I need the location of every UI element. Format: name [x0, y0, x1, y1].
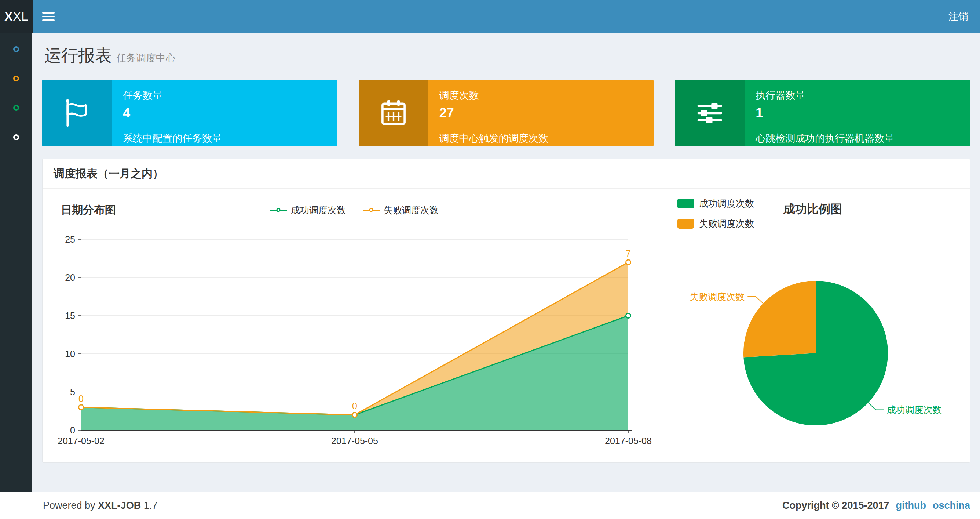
powered-prefix: Powered by: [43, 500, 95, 511]
brand-name: XXL-JOB: [98, 500, 141, 511]
legend-line-marker: [363, 209, 380, 211]
oschina-link[interactable]: oschina: [933, 500, 970, 511]
y-tick-label: 25: [65, 234, 75, 244]
pie-label-line: [868, 402, 883, 410]
hamburger-icon: [42, 12, 55, 21]
sidebar-menu: [0, 33, 32, 492]
x-tick-label: 2017-05-08: [605, 436, 652, 446]
point-label: 7: [626, 248, 631, 259]
panel-title: 调度报表（一月之内）: [43, 159, 970, 188]
navbar: 注销: [33, 0, 980, 33]
stats-row: 任务数量 4 系统中配置的任务数量 调度次: [42, 80, 970, 146]
y-tick-label: 10: [65, 349, 75, 359]
app-logo[interactable]: XXL: [0, 0, 33, 33]
info-box-desc: 调度中心触发的调度次数: [439, 132, 643, 145]
date-distribution-chart: 2017-05-022017-05-052017-05-080510152025…: [50, 220, 659, 452]
info-box-icon-area: [675, 80, 745, 146]
info-box-triggers: 调度次数 27 调度中心触发的调度次数: [359, 80, 654, 146]
info-box-divider: [123, 126, 326, 126]
x-tick-label: 2017-05-02: [57, 436, 105, 446]
info-box-divider: [439, 126, 643, 126]
info-box-icon-area: [359, 80, 428, 146]
line-legend-item[interactable]: 失败调度次数: [363, 204, 439, 216]
pie-label: 成功调度次数: [887, 404, 942, 415]
app-logo-bold: X: [5, 10, 13, 24]
y-tick-label: 0: [70, 425, 75, 435]
report-panel: 调度报表（一月之内） 日期分布图 成功调度次数失败调度次数 2017-05-02…: [42, 158, 970, 463]
sidebar-item-3[interactable]: [13, 105, 19, 111]
info-box-jobs: 任务数量 4 系统中配置的任务数量: [42, 80, 337, 146]
date-distribution-section: 日期分布图 成功调度次数失败调度次数 2017-05-022017-05-052…: [50, 188, 659, 452]
sidebar-item-4[interactable]: [13, 134, 19, 140]
pie-label: 失败调度次数: [689, 291, 745, 302]
data-point-marker: [626, 313, 631, 318]
y-tick-label: 15: [65, 310, 75, 321]
info-box-body: 调度次数 27 调度中心触发的调度次数: [428, 80, 654, 146]
y-tick-label: 5: [70, 387, 75, 397]
pie-legend-item[interactable]: 成功调度次数: [678, 198, 754, 209]
line-chart-header: 日期分布图 成功调度次数失败调度次数: [50, 200, 659, 220]
info-box-desc: 系统中配置的任务数量: [123, 132, 326, 145]
sidebar-item-2[interactable]: [13, 76, 19, 81]
content-area: 运行报表任务调度中心 任务数量 4 系统中配置的任务数量: [32, 33, 980, 492]
page-title-text: 运行报表: [45, 46, 112, 65]
info-box-body: 任务数量 4 系统中配置的任务数量: [112, 80, 337, 146]
page-title: 运行报表任务调度中心: [45, 46, 970, 67]
data-point-marker: [79, 405, 84, 410]
info-box-desc: 心跳检测成功的执行器机器数量: [756, 132, 959, 145]
success-ratio-pie-chart: 成功调度次数失败调度次数: [659, 230, 963, 450]
info-box-title: 执行器数量: [756, 89, 959, 102]
pie-slice[interactable]: [743, 281, 816, 358]
panel-body: 日期分布图 成功调度次数失败调度次数 2017-05-022017-05-052…: [43, 188, 970, 463]
sidebar-item-1[interactable]: [13, 46, 19, 52]
legend-label: 失败调度次数: [383, 204, 439, 216]
success-ratio-section: 成功调度次数失败调度次数 成功比例图 成功调度次数失败调度次数: [659, 188, 963, 452]
line-legend-item[interactable]: 成功调度次数: [270, 204, 346, 216]
flag-icon: [61, 97, 93, 129]
main-row: 运行报表任务调度中心 任务数量 4 系统中配置的任务数量: [0, 33, 980, 492]
info-box-value: 1: [756, 105, 959, 121]
pie-legend-item[interactable]: 失败调度次数: [678, 218, 754, 230]
y-tick-label: 20: [65, 272, 75, 283]
sliders-icon: [694, 97, 725, 129]
point-label: 0: [78, 393, 84, 404]
data-point-marker: [626, 260, 631, 265]
powered-by: Powered by XXL-JOB 1.7: [43, 500, 158, 511]
github-link[interactable]: github: [896, 500, 926, 511]
calendar-icon: [378, 97, 409, 129]
data-point-marker: [352, 412, 357, 417]
info-box-executors: 执行器数量 1 心跳检测成功的执行器机器数量: [675, 80, 970, 146]
info-box-divider: [756, 126, 959, 126]
logout-link[interactable]: 注销: [937, 0, 980, 33]
copyright-text: Copyright © 2015-2017: [782, 500, 889, 511]
info-box-body: 执行器数量 1 心跳检测成功的执行器机器数量: [745, 80, 970, 146]
legend-line-marker: [270, 209, 287, 211]
footer-right: Copyright © 2015-2017 github oschina: [782, 500, 970, 511]
legend-label: 失败调度次数: [699, 218, 754, 230]
pie-chart-legend: 成功调度次数失败调度次数: [678, 198, 754, 230]
info-box-value: 27: [439, 105, 643, 121]
pie-label-line: [748, 297, 763, 303]
top-navbar: XXL 注销: [0, 0, 980, 33]
pie-chart-header: 成功调度次数失败调度次数 成功比例图: [659, 198, 963, 230]
legend-swatch: [678, 198, 694, 209]
app-logo-rest: XL: [13, 10, 28, 24]
legend-label: 成功调度次数: [699, 198, 754, 209]
legend-swatch: [678, 219, 694, 229]
sidebar-toggle-button[interactable]: [33, 0, 64, 33]
info-box-title: 调度次数: [439, 89, 643, 102]
line-chart-legend: 成功调度次数失败调度次数: [270, 204, 439, 216]
info-box-value: 4: [123, 105, 326, 121]
x-tick-label: 2017-05-05: [331, 436, 378, 446]
pie-chart-title: 成功比例图: [783, 201, 842, 217]
info-box-title: 任务数量: [123, 89, 326, 102]
brand-version: 1.7: [144, 500, 158, 511]
footer: Powered by XXL-JOB 1.7 Copyright © 2015-…: [0, 492, 980, 519]
line-chart-title: 日期分布图: [61, 203, 116, 218]
legend-label: 成功调度次数: [291, 204, 346, 216]
page-subtitle: 任务调度中心: [116, 53, 176, 64]
point-label: 0: [352, 401, 357, 411]
info-box-icon-area: [42, 80, 112, 146]
